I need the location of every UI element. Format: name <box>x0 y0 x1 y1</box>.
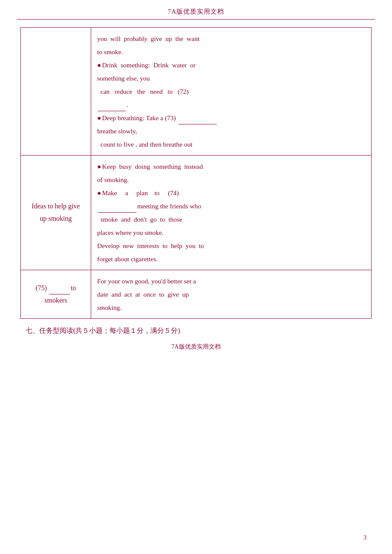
footer-section: 七、任务型阅读(共５小题；每小题１分，满分５分) <box>20 326 372 335</box>
left-cell-2: Ideas to help giveup smoking <box>21 156 91 270</box>
line: forget about cigarettes. <box>97 252 365 265</box>
line: Deep breathing: Take a (73) <box>97 111 365 124</box>
left-label-2: Ideas to help giveup smoking <box>32 202 80 222</box>
line: places where you smoke. <box>97 226 365 239</box>
line: breathe slowly, <box>97 124 365 138</box>
table-row: you will probably give up the want to sm… <box>21 28 372 156</box>
line: to smoke. <box>97 45 365 58</box>
line: . <box>97 98 365 111</box>
right-cell-1: you will probably give up the want to sm… <box>91 28 372 156</box>
blank-75 <box>49 287 70 294</box>
right-cell-2: Keep busy doing something instead of smo… <box>91 156 372 270</box>
watermark-text: 7A版优质实用文档 <box>171 343 220 350</box>
line: smoke and don't go to those <box>97 213 365 226</box>
line: count to five , and then breathe out <box>97 138 365 151</box>
page-number: 3 <box>363 534 366 541</box>
line: For your own good, you'd better set a <box>97 274 365 288</box>
line: Develop new interests to help you to <box>97 239 365 252</box>
line: Drink something: Drink water or <box>97 58 365 72</box>
right-cell-3: For your own good, you'd better set a da… <box>91 270 372 319</box>
bullet <box>97 189 102 196</box>
left-cell-1 <box>21 28 91 156</box>
section-label: 七、任务型阅读(共５小题；每小题１分，满分５分) <box>26 327 180 334</box>
line: date and act at once to give up <box>97 288 365 301</box>
blank-73 <box>179 117 217 124</box>
line: meeting the friends who <box>97 199 365 213</box>
bullet <box>97 163 102 170</box>
blank-74 <box>98 205 136 213</box>
line: can reduce the need to (72) <box>97 85 365 98</box>
left-label-3: (75) tosmokers <box>35 284 76 304</box>
footer-watermark: 7A版优质实用文档 <box>20 343 372 351</box>
table-row: (75) tosmokers For your own good, you'd … <box>21 270 372 319</box>
blank-72 <box>98 104 126 111</box>
table-row: Ideas to help giveup smoking Keep busy d… <box>21 156 372 270</box>
left-cell-3: (75) tosmokers <box>21 270 91 319</box>
page-header: 7A版优质实用文档 <box>0 0 392 19</box>
line: you will probably give up the want <box>97 32 365 45</box>
line: smoking. <box>97 301 365 314</box>
header-title: 7A版优质实用文档 <box>168 8 224 15</box>
line: Keep busy doing something instead <box>97 160 365 173</box>
line: of smoking. <box>97 173 365 186</box>
main-content: you will probably give up the want to sm… <box>0 20 392 355</box>
line: something else, you <box>97 72 365 85</box>
bullet <box>97 61 102 69</box>
line: Make a plan to (74) <box>97 186 365 199</box>
bullet <box>97 114 102 121</box>
content-table: you will probably give up the want to sm… <box>20 27 372 319</box>
